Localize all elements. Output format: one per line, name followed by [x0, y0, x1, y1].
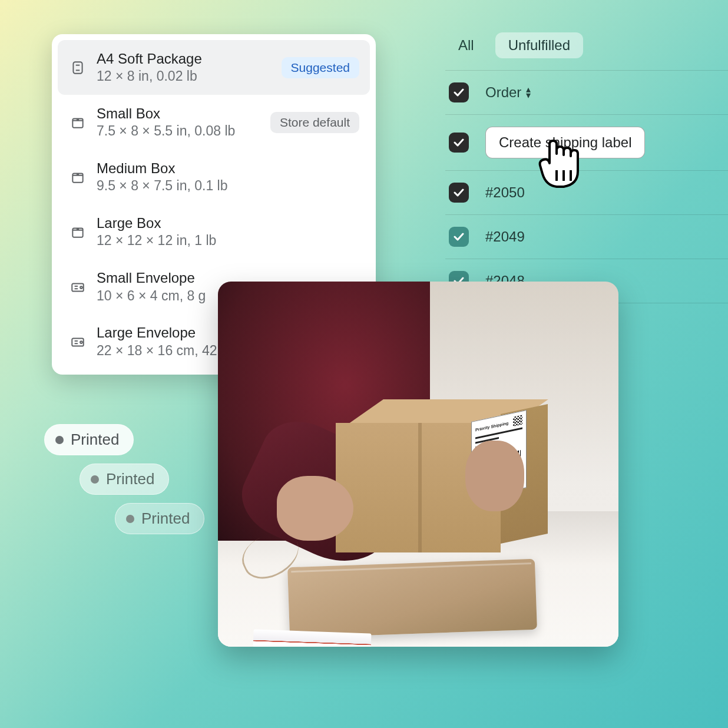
order-column-label: Order [485, 84, 521, 101]
package-dimensions: 7.5 × 8 × 5.5 in, 0.08 lb [97, 123, 261, 140]
status-chip-label: Printed [106, 470, 154, 488]
package-dimensions: 12 × 12 × 12 in, 1 lb [97, 232, 359, 250]
status-chip-printed: Printed [80, 464, 169, 495]
order-column-header[interactable]: Order ▴▾ [485, 84, 531, 101]
shipping-label-heading: Priority Shipping [475, 421, 508, 432]
order-checkbox[interactable] [449, 183, 469, 203]
status-chip-label: Printed [71, 431, 119, 449]
svg-point-7 [80, 286, 82, 289]
svg-rect-3 [72, 118, 82, 127]
svg-rect-5 [72, 228, 82, 237]
order-checkbox[interactable] [449, 133, 469, 153]
package-dimensions: 12 × 8 in, 0.02 lb [97, 68, 272, 85]
svg-rect-0 [73, 62, 82, 74]
package-dimensions: 9.5 × 8 × 7.5 in, 0.1 lb [97, 177, 359, 195]
package-name: Small Box [97, 104, 261, 123]
svg-rect-6 [72, 283, 84, 291]
order-row[interactable]: #2050 [445, 170, 728, 214]
package-name: Large Box [97, 214, 359, 232]
status-chip-printed: Printed [44, 424, 134, 455]
order-number: #2049 [485, 229, 525, 245]
box-icon [68, 223, 87, 241]
status-dot-icon [55, 436, 64, 444]
svg-point-11 [80, 341, 82, 343]
qr-code-icon [513, 415, 522, 426]
packaging-photo: Priority Shipping 94283 [218, 282, 618, 647]
suggested-badge: Suggested [282, 57, 359, 78]
order-row[interactable]: #2049 [445, 214, 728, 259]
package-option-small-box[interactable]: Small Box 7.5 × 8 × 5.5 in, 0.08 lb Stor… [58, 95, 370, 150]
package-option-medium-box[interactable]: Medium Box 9.5 × 8 × 7.5 in, 0.1 lb [58, 150, 370, 204]
order-checkbox[interactable] [449, 227, 469, 247]
status-chip-printed: Printed [115, 503, 204, 534]
create-shipping-label-button[interactable]: Create shipping label [485, 127, 645, 158]
package-name: A4 Soft Package [97, 49, 272, 68]
tab-unfulfilled[interactable]: Unfulfilled [495, 32, 583, 58]
box-icon [68, 168, 87, 187]
envelope-icon [68, 277, 87, 296]
status-chip-label: Printed [141, 509, 190, 528]
status-dot-icon [126, 515, 134, 523]
store-default-badge: Store default [270, 112, 359, 133]
select-all-checkbox[interactable] [449, 82, 469, 102]
order-row-create: Create shipping label [445, 114, 728, 170]
soft-package-icon [68, 58, 87, 77]
tab-all[interactable]: All [445, 32, 487, 58]
order-number: #2050 [485, 184, 525, 201]
package-option-a4-soft[interactable]: A4 Soft Package 12 × 8 in, 0.02 lb Sugge… [58, 40, 370, 95]
package-name: Medium Box [97, 159, 359, 177]
status-dot-icon [91, 475, 99, 484]
svg-rect-10 [72, 339, 84, 346]
order-tabs: All Unfulfilled [445, 32, 728, 58]
orders-header-row: Order ▴▾ [445, 70, 728, 114]
sort-icon: ▴▾ [526, 87, 531, 98]
box-icon [68, 113, 87, 132]
package-option-large-box[interactable]: Large Box 12 × 12 × 12 in, 1 lb [58, 204, 370, 259]
printed-status-chips: Printed Printed Printed [44, 424, 204, 542]
envelope-icon [68, 332, 87, 351]
svg-rect-4 [72, 173, 82, 182]
